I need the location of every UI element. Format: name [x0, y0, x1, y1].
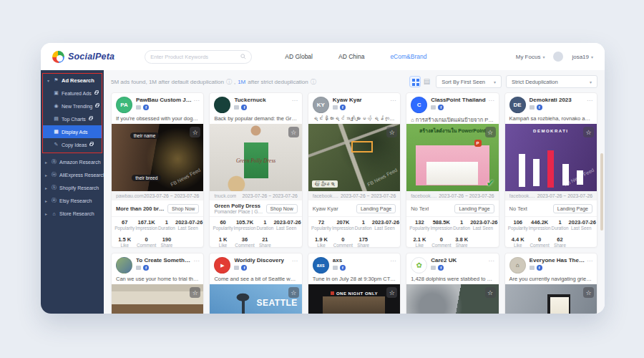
advertiser-name[interactable]: To Create Something Exceptio... [136, 257, 192, 263]
ad-domain[interactable]: pawbau.com [116, 193, 144, 198]
advertiser-name[interactable]: ClassPoint Thailand [431, 97, 485, 103]
ad-image[interactable]: สร้างสไลด์งานใน PowerPoint P ✔ ☆ [406, 124, 498, 191]
more-options-icon[interactable]: ⋯ [489, 97, 494, 104]
landing-page-button[interactable]: Landing Page [356, 204, 396, 213]
landing-page-button[interactable]: Landing Page [454, 204, 494, 213]
list-view-icon[interactable]: ▤ [424, 78, 430, 85]
sidebar-item-etsy-research[interactable]: ▸ ⓔ Etsy Research [41, 194, 104, 207]
advertiser-avatar[interactable]: KY [313, 97, 329, 113]
ad-image[interactable]: မြေညီနေရာ FB News Feed ☆ [308, 124, 400, 191]
shop-now-button[interactable]: Shop Now [167, 204, 199, 213]
advertiser-name[interactable]: Worldly Discovery [234, 257, 284, 263]
favorite-star-icon[interactable]: ☆ [190, 287, 200, 298]
ad-image[interactable]: SEATTLE WASHINGTON ☆ [210, 284, 301, 314]
favorite-star-icon[interactable]: ☆ [386, 287, 397, 298]
ad-image[interactable]: ONE NIGHT ONLY ☆ [308, 284, 400, 314]
ad-domain[interactable]: facebook.com/10... [313, 193, 341, 198]
more-options-icon[interactable]: ⋯ [587, 97, 592, 104]
advertiser-name[interactable]: Kyaw Kyar [333, 97, 362, 103]
favorite-star-icon[interactable]: ☆ [190, 127, 200, 137]
advertiser-avatar[interactable]: PA [116, 97, 132, 113]
sidebar-item-shopify-research[interactable]: ▸ ⓢ Shopify Research [41, 181, 104, 194]
sidebar-item-ad-research[interactable]: ▾ ⚑ Ad Research [43, 74, 102, 87]
advertiser-avatar[interactable]: ▶ [214, 257, 230, 274]
ad-domain[interactable]: facebook.com/11... [411, 193, 439, 198]
more-options-icon[interactable]: ⋯ [587, 258, 592, 264]
advertiser-avatar[interactable] [214, 97, 230, 113]
my-focus-menu[interactable]: My Focus ▾ [516, 54, 545, 60]
advertiser-name[interactable]: Care2 UK [431, 257, 457, 263]
scrollbar-thumb[interactable] [600, 153, 603, 231]
ad-card: Tuckernuck f ⋯ Back by popular demand: t… [209, 92, 302, 248]
sidebar-item-amazon-research[interactable]: ▸ ⓐ Amazon Research [41, 155, 104, 168]
share-value: 190 [158, 236, 175, 243]
ad-image[interactable]: ☆ [112, 284, 203, 314]
etsy-icon: ⓔ [51, 197, 57, 204]
more-options-icon[interactable]: ⋯ [193, 258, 199, 264]
search-input[interactable] [150, 54, 240, 60]
dedup-dropdown[interactable]: Strict Deduplication ▾ [506, 75, 597, 88]
advertiser-avatar[interactable]: DE [509, 97, 526, 113]
sidebar-item-new-trending[interactable]: ◉ New Trending [43, 100, 102, 112]
ad-image[interactable]: their name their breed FB News Feed ☆ [112, 124, 203, 191]
sidebar-item-display-ads[interactable]: ▦ Display Ads [43, 125, 102, 138]
like-value: 2.1 K [409, 236, 429, 243]
grid-view-icon[interactable] [409, 76, 421, 87]
socialpeta-logo[interactable]: SocialPeta [52, 51, 114, 63]
favorite-star-icon[interactable]: ☆ [288, 287, 299, 298]
favorite-star-icon[interactable]: ☆ [485, 127, 496, 137]
sidebar-item-aliexpress-research[interactable]: ▸ ⓦ AliExpress Research [41, 168, 104, 181]
favorite-star-icon[interactable]: ☆ [288, 127, 299, 137]
facebook-icon: f [340, 105, 346, 110]
more-options-icon[interactable]: ⋯ [193, 97, 199, 104]
user-avatar[interactable] [553, 52, 563, 62]
advertiser-name[interactable]: Demokrati 2023 [530, 97, 572, 103]
favorite-star-icon[interactable]: ☆ [485, 287, 496, 298]
strict-count-link[interactable]: 1M [238, 79, 245, 85]
more-options-icon[interactable]: ⋯ [390, 97, 396, 104]
dedup-label: Strict Deduplication [512, 79, 558, 85]
nav-ad-global[interactable]: AD Global [285, 53, 313, 60]
advertiser-name[interactable]: Everyone Has The Freedom To... [530, 257, 585, 263]
info-icon[interactable]: ⓘ [311, 78, 316, 86]
last-seen-value: 2023-07-26 [372, 219, 397, 226]
advertiser-avatar[interactable]: ✿ [411, 257, 427, 274]
ad-image[interactable]: ☆ [505, 284, 597, 314]
more-options-icon[interactable]: ⋯ [390, 258, 396, 264]
advertiser-avatar[interactable]: C [411, 97, 427, 113]
image-label: their breed [132, 175, 161, 181]
landing-page-button[interactable]: Landing Page [553, 204, 592, 213]
shop-now-button[interactable]: Shop Now [266, 204, 298, 213]
advertiser-avatar[interactable]: axs [313, 257, 329, 274]
product-subtitle: Pomander Place | Green Polly Dr... [214, 209, 263, 214]
advertiser-name[interactable]: axs [333, 257, 346, 263]
sidebar-item-copy-ideas[interactable]: ✎ Copy Ideas [43, 138, 102, 151]
nav-ad-china[interactable]: AD China [338, 53, 364, 60]
ad-image[interactable]: DEMOKRATI FB News Feed ☆ [505, 124, 597, 191]
chevron-right-icon: ▸ [45, 211, 49, 216]
ad-domain[interactable]: facebook.com/10... [509, 193, 537, 198]
more-options-icon[interactable]: ⋯ [489, 258, 494, 264]
advertiser-avatar[interactable] [116, 257, 132, 274]
info-icon[interactable]: ⓘ [226, 78, 232, 86]
sidebar-item-featured-ads[interactable]: ▣ Featured Ads [43, 87, 102, 100]
advertiser-name[interactable]: Tuckernuck [234, 97, 265, 103]
ad-image[interactable]: Green Polly Dress ☆ [210, 124, 301, 191]
nav-ecom-brand[interactable]: eCom&Brand [390, 53, 426, 60]
ad-type-icon [530, 105, 535, 110]
favorite-star-icon[interactable]: ☆ [583, 287, 594, 298]
more-options-icon[interactable]: ⋯ [292, 97, 298, 104]
sidebar-item-top-charts[interactable]: ▤ Top Charts [43, 112, 102, 125]
ad-domain[interactable]: tnuck.com [214, 193, 236, 198]
search-icon[interactable] [240, 54, 246, 59]
favorite-star-icon[interactable]: ☆ [583, 127, 594, 137]
product-title: No Text [411, 205, 429, 212]
favorite-star-icon[interactable]: ☆ [386, 127, 397, 137]
advertiser-name[interactable]: PawBau Custom Jewelry [136, 97, 192, 103]
advertiser-avatar[interactable]: ⌂ [509, 257, 526, 274]
sort-dropdown[interactable]: Sort By First Seen ▾ [436, 75, 502, 88]
sidebar-item-store-research[interactable]: ▸ ⌂ Store Research [41, 207, 104, 220]
account-menu[interactable]: josa19 ▾ [572, 54, 593, 60]
more-options-icon[interactable]: ⋯ [292, 258, 298, 264]
ad-image[interactable]: ☆ [406, 284, 498, 314]
